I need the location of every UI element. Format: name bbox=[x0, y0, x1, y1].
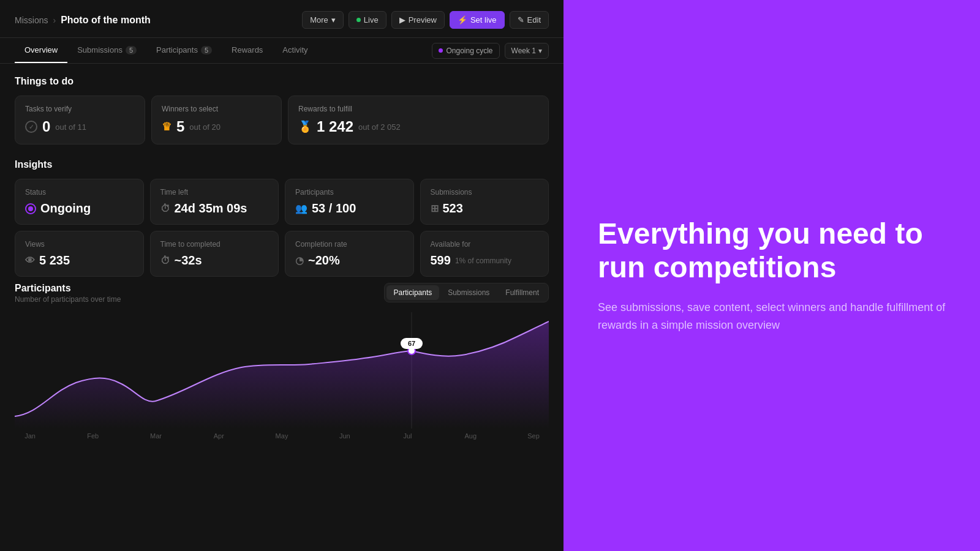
todo-card-winners-value: ♛ 5 out of 20 bbox=[162, 118, 271, 135]
chart-tab-fulfillment[interactable]: Fulfillment bbox=[498, 285, 546, 300]
todo-card-rewards-value: 🏅 1 242 out of 2 052 bbox=[298, 118, 538, 135]
tab-participants[interactable]: Participants 5 bbox=[146, 38, 222, 63]
insights-row1: Status Ongoing Time left ⏱ 24d 35m 09s P… bbox=[15, 179, 549, 225]
insight-participants-label: Participants bbox=[295, 188, 404, 197]
grid-icon: ⊞ bbox=[431, 203, 439, 214]
chart-label-may: May bbox=[266, 432, 297, 440]
set-live-icon: ⚡ bbox=[458, 15, 467, 24]
nav-tabs: Overview Submissions 5 Participants 5 Re… bbox=[0, 38, 564, 64]
promo-description: See submissions, save content, select wi… bbox=[598, 299, 946, 334]
things-to-do-title: Things to do bbox=[15, 76, 549, 87]
right-panel: Everything you need to run competitions … bbox=[564, 0, 980, 551]
todo-card-rewards-label: Rewards to fulfill bbox=[298, 105, 538, 113]
chart-tab-participants[interactable]: Participants bbox=[386, 285, 440, 300]
insight-status-value: Ongoing bbox=[25, 201, 134, 216]
todo-card-winners: Winners to select ♛ 5 out of 20 bbox=[151, 96, 282, 144]
svg-text:67: 67 bbox=[408, 340, 415, 347]
insights-row2: Views 👁 5 235 Time to completed ⏱ ~32s C… bbox=[15, 231, 549, 277]
chart-svg: 67 bbox=[15, 312, 549, 429]
insight-time-completed-label: Time to completed bbox=[160, 240, 269, 249]
todo-card-rewards: Rewards to fulfill 🏅 1 242 out of 2 052 bbox=[288, 96, 549, 144]
check-icon: ✓ bbox=[25, 121, 37, 133]
participants-chart-subtitle: Number of participants over time bbox=[15, 295, 121, 304]
chart-container: 67 Jan Feb Mar Apr May Jun Jul Aug Sep bbox=[15, 312, 549, 447]
clock-small-icon: ⏱ bbox=[160, 255, 170, 266]
tab-rewards[interactable]: Rewards bbox=[222, 38, 273, 63]
left-panel: Missions › Photo of the month More ▾ Liv… bbox=[0, 0, 564, 551]
chart-label-jul: Jul bbox=[393, 432, 423, 440]
edit-button[interactable]: ✎ Edit bbox=[510, 11, 549, 29]
tab-overview[interactable]: Overview bbox=[15, 38, 67, 63]
promo-title: Everything you need to run competitions bbox=[598, 217, 946, 284]
insight-submissions-label: Submissions bbox=[431, 188, 539, 197]
breadcrumb-parent[interactable]: Missions bbox=[15, 15, 48, 25]
participants-header: Participants Number of participants over… bbox=[15, 283, 549, 304]
todo-card-tasks-label: Tasks to verify bbox=[25, 105, 135, 113]
insight-status: Status Ongoing bbox=[15, 179, 144, 225]
chart-label-feb: Feb bbox=[78, 432, 108, 440]
insight-submissions: Submissions ⊞ 523 bbox=[420, 179, 549, 225]
chevron-down-icon: ▾ bbox=[331, 15, 336, 24]
more-button[interactable]: More ▾ bbox=[302, 11, 344, 29]
todo-card-winners-label: Winners to select bbox=[162, 105, 271, 113]
people-icon: 👥 bbox=[295, 203, 307, 214]
preview-button[interactable]: ▶ Preview bbox=[391, 11, 445, 29]
breadcrumb-current: Photo of the month bbox=[61, 15, 151, 26]
pie-icon: ◔ bbox=[295, 255, 304, 266]
breadcrumb: Missions › Photo of the month bbox=[15, 15, 151, 26]
todo-grid: Tasks to verify ✓ 0 out of 11 Winners to… bbox=[15, 96, 549, 144]
cycle-dot-icon bbox=[439, 48, 443, 53]
insight-views-value: 👁 5 235 bbox=[25, 253, 134, 268]
content: Things to do Tasks to verify ✓ 0 out of … bbox=[0, 64, 564, 551]
chart-label-sep: Sep bbox=[518, 432, 549, 440]
chart-label-mar: Mar bbox=[141, 432, 172, 440]
breadcrumb-sep: › bbox=[53, 15, 56, 25]
insight-submissions-value: ⊞ 523 bbox=[431, 201, 539, 216]
week-select[interactable]: Week 1 ▾ bbox=[505, 43, 549, 59]
tab-submissions[interactable]: Submissions 5 bbox=[67, 38, 146, 63]
crown-icon: ♛ bbox=[162, 120, 172, 133]
status-icon bbox=[25, 203, 36, 214]
insight-status-label: Status bbox=[25, 188, 134, 197]
todo-card-tasks: Tasks to verify ✓ 0 out of 11 bbox=[15, 96, 145, 144]
insights-title: Insights bbox=[15, 159, 549, 170]
insight-views: Views 👁 5 235 bbox=[15, 231, 144, 277]
insight-available-for: Available for 599 1% of community bbox=[420, 231, 549, 277]
insight-completion-rate: Completion rate ◔ ~20% bbox=[285, 231, 414, 277]
chart-tabs: Participants Submissions Fulfillment bbox=[384, 283, 549, 302]
live-dot-icon bbox=[356, 18, 361, 22]
insight-participants: Participants 👥 53 / 100 bbox=[285, 179, 414, 225]
cycle-badge: Ongoing cycle bbox=[432, 43, 499, 59]
set-live-button[interactable]: ⚡ Set live bbox=[450, 11, 505, 29]
header: Missions › Photo of the month More ▾ Liv… bbox=[0, 0, 564, 38]
participants-title-group: Participants Number of participants over… bbox=[15, 283, 121, 304]
play-icon: ▶ bbox=[399, 15, 405, 24]
chart-label-jun: Jun bbox=[330, 432, 360, 440]
insight-participants-value: 👥 53 / 100 bbox=[295, 201, 404, 216]
insight-views-label: Views bbox=[25, 240, 134, 249]
participants-section: Participants Number of participants over… bbox=[15, 283, 549, 447]
chart-tab-submissions[interactable]: Submissions bbox=[440, 285, 497, 300]
insight-completion-rate-value: ◔ ~20% bbox=[295, 253, 404, 268]
chart-label-apr: Apr bbox=[203, 432, 234, 440]
insight-completion-rate-label: Completion rate bbox=[295, 240, 404, 249]
clock-icon: ⏱ bbox=[160, 203, 170, 214]
tabs-left: Overview Submissions 5 Participants 5 Re… bbox=[15, 38, 318, 63]
edit-icon: ✎ bbox=[518, 15, 524, 24]
insight-available-for-label: Available for bbox=[431, 240, 539, 249]
insight-available-for-value: 599 1% of community bbox=[431, 253, 539, 268]
eye-icon: 👁 bbox=[25, 255, 35, 266]
insight-time-left-label: Time left bbox=[160, 188, 269, 197]
tab-activity[interactable]: Activity bbox=[273, 38, 317, 63]
live-button[interactable]: Live bbox=[349, 11, 386, 29]
chart-label-jan: Jan bbox=[15, 432, 45, 440]
todo-card-tasks-value: ✓ 0 out of 11 bbox=[25, 118, 135, 135]
chart-label-aug: Aug bbox=[455, 432, 486, 440]
insight-time-left-value: ⏱ 24d 35m 09s bbox=[160, 201, 269, 216]
insight-time-left: Time left ⏱ 24d 35m 09s bbox=[150, 179, 279, 225]
header-actions: More ▾ Live ▶ Preview ⚡ Set live ✎ Edit bbox=[302, 11, 549, 29]
tabs-right: Ongoing cycle Week 1 ▾ bbox=[432, 43, 549, 59]
reward-icon: 🏅 bbox=[298, 120, 312, 133]
chevron-down-icon: ▾ bbox=[538, 47, 542, 55]
participants-chart-title: Participants bbox=[15, 283, 121, 294]
